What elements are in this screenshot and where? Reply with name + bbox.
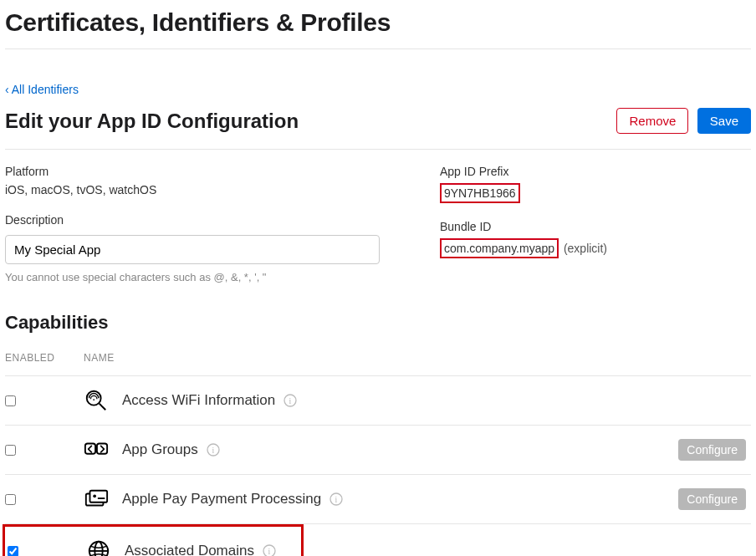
platform-value: iOS, macOS, tvOS, watchOS <box>5 183 440 196</box>
capability-row: Access WiFi Information i <box>5 376 751 426</box>
capability-row: App Groups i Configure <box>5 426 751 475</box>
configure-button[interactable]: Configure <box>678 439 746 461</box>
remove-button[interactable]: Remove <box>616 108 688 134</box>
capabilities-table: ENABLED NAME Access WiFi Information i <box>5 352 751 556</box>
configure-button[interactable]: Configure <box>678 488 746 510</box>
svg-rect-12 <box>98 497 105 499</box>
svg-point-11 <box>93 494 96 497</box>
bundle-id-box: com.company.myapp <box>440 238 559 258</box>
save-button[interactable]: Save <box>697 108 751 134</box>
bundle-id-label: Bundle ID <box>440 220 751 233</box>
bundle-id-suffix: (explicit) <box>564 242 607 255</box>
description-hint: You cannot use special characters such a… <box>5 271 440 283</box>
capability-name: Apple Pay Payment Processing <box>122 491 321 508</box>
svg-rect-5 <box>85 444 95 454</box>
capability-name: App Groups <box>122 441 198 458</box>
back-link-label: All Identifiers <box>12 83 79 96</box>
svg-rect-10 <box>90 491 108 502</box>
breadcrumb: ‹ All Identifiers <box>5 83 751 96</box>
back-link[interactable]: ‹ All Identifiers <box>5 83 79 96</box>
wifi-search-icon <box>84 388 109 413</box>
svg-line-1 <box>100 404 106 411</box>
appid-prefix-label: App ID Prefix <box>440 165 751 178</box>
section-title: Edit your App ID Configuration <box>5 110 299 133</box>
appid-prefix-box: 9YN7HB1966 <box>440 183 520 203</box>
capabilities-header: ENABLED NAME <box>5 352 751 376</box>
globe-icon <box>86 538 111 556</box>
capability-name: Access WiFi Information <box>122 392 275 409</box>
capability-checkbox-wifi[interactable] <box>5 395 16 406</box>
action-buttons: Remove Save <box>611 108 751 134</box>
capability-checkbox-associated-domains[interactable] <box>8 546 18 557</box>
svg-text:i: i <box>335 495 338 504</box>
bundle-id-row: com.company.myapp (explicit) <box>440 238 751 258</box>
svg-text:i: i <box>212 446 214 455</box>
capability-checkbox-applepay[interactable] <box>5 494 16 505</box>
appid-prefix-value: 9YN7HB1966 <box>440 183 751 203</box>
capability-name: Associated Domains <box>125 543 254 556</box>
svg-rect-6 <box>97 444 107 454</box>
description-input[interactable] <box>5 235 380 264</box>
info-icon[interactable]: i <box>284 394 297 407</box>
chevron-left-icon: ‹ <box>5 83 12 96</box>
header-enabled: ENABLED <box>5 352 84 364</box>
capability-checkbox-appgroups[interactable] <box>5 445 16 456</box>
header-name: NAME <box>84 352 659 364</box>
info-icon[interactable]: i <box>207 443 220 457</box>
description-label: Description <box>5 213 440 227</box>
info-icon[interactable]: i <box>263 544 276 556</box>
app-groups-icon <box>84 437 109 462</box>
svg-point-2 <box>93 399 94 400</box>
capability-row: Apple Pay Payment Processing i Configure <box>5 475 751 524</box>
capability-row-associated-domains: Associated Domains i <box>3 524 304 556</box>
apple-pay-icon <box>84 487 109 512</box>
info-icon[interactable]: i <box>329 492 343 506</box>
capabilities-title: Capabilities <box>5 312 751 334</box>
page-title: Certificates, Identifiers & Profiles <box>5 8 751 49</box>
svg-text:i: i <box>268 547 271 556</box>
platform-label: Platform <box>5 165 440 178</box>
svg-text:i: i <box>289 396 292 406</box>
